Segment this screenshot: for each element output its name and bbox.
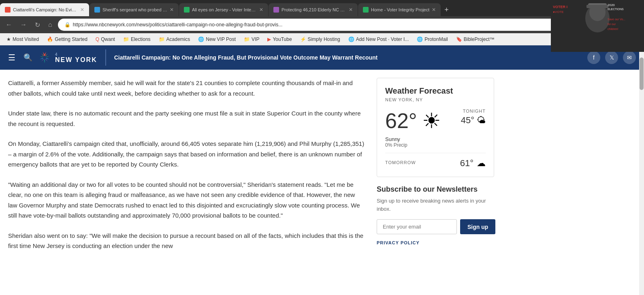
- bookmark-elections[interactable]: 📁 Elections: [120, 36, 154, 43]
- tab-3[interactable]: All eyes on Jersey - Voter Integr... ✕: [179, 3, 268, 16]
- tab-1-close[interactable]: ✕: [80, 7, 84, 13]
- add-new-post-icon: 🌐: [348, 36, 354, 42]
- most-visited-icon: ★: [6, 36, 11, 42]
- bookmark-new-vip-post[interactable]: 🌐 New VIP Post: [195, 36, 239, 43]
- bookmark-add-new-post-label: Add New Post · Voter I...: [356, 36, 409, 42]
- email-share-icon[interactable]: ✉: [623, 51, 636, 64]
- article-paragraph-3: On Monday, Ciattarelli's campaign cited …: [8, 139, 365, 170]
- tab-1[interactable]: Ciattarelli's Campaign: No Evid... ✕: [0, 3, 89, 16]
- tab-2[interactable]: Sheriff's sergeant who probed w... ✕: [90, 3, 179, 16]
- bookmark-simply-hosting-label: Simply Hosting: [308, 36, 340, 42]
- weather-desc: Sunny: [385, 136, 486, 142]
- bookmark-academics-label: Academics: [166, 36, 190, 42]
- getting-started-icon: 🔥: [47, 36, 53, 42]
- home-button[interactable]: ⌂: [46, 19, 55, 30]
- bookmark-most-visited[interactable]: ★ Most Visited: [3, 36, 42, 43]
- qwant-icon: Q: [96, 36, 99, 42]
- svg-text:Save our Vo...: Save our Vo...: [608, 18, 625, 21]
- bookmark-elections-label: Elections: [131, 36, 151, 42]
- tab-2-close[interactable]: ✕: [170, 7, 174, 13]
- facebook-icon[interactable]: f: [587, 51, 600, 64]
- back-button[interactable]: ←: [3, 19, 15, 30]
- weather-location: NEW YORK, NY: [385, 97, 486, 102]
- main-content: Ciattarelli, a former Assembly member, s…: [0, 70, 502, 269]
- address-bar[interactable]: 🔒 https://www.nbcnewyork.com/news/politi…: [58, 19, 593, 31]
- search-icon[interactable]: 🔍: [23, 53, 32, 62]
- reload-button[interactable]: ↻: [32, 19, 43, 30]
- forward-button[interactable]: →: [18, 19, 29, 30]
- tab-4[interactable]: Protecting 46,210 Elderly NC Vo... ✕: [269, 3, 358, 16]
- new-tab-button[interactable]: +: [441, 3, 452, 16]
- tab-2-favicon: [94, 7, 100, 13]
- webcam-image: VOTER I ●VOTE 2020 ELECTIONS Save our Vo…: [551, 0, 644, 52]
- bookmark-vip-label: VIP: [252, 36, 259, 42]
- article-paragraph-5: Sheridan also went on to say: "We will m…: [8, 231, 365, 251]
- bookmark-add-new-post[interactable]: 🌐 Add New Post · Voter I...: [345, 36, 412, 43]
- browser-window: Ciattarelli's Campaign: No Evid... ✕ She…: [0, 0, 644, 45]
- bookmark-simply-hosting[interactable]: ⚡ Simply Hosting: [297, 36, 343, 43]
- tab-3-close[interactable]: ✕: [259, 7, 263, 13]
- headline-ticker: Ciattarelli Campaign: No One Alleging Fr…: [114, 54, 587, 61]
- weather-title: Weather Forecast: [385, 86, 486, 96]
- elections-folder-icon: 📁: [123, 36, 129, 42]
- youtube-icon: ▶: [267, 36, 271, 42]
- bookmark-youtube[interactable]: ▶ YouTube: [264, 36, 295, 43]
- article-body: Ciattarelli, a former Assembly member, s…: [8, 78, 365, 261]
- webcam-feed: VOTER I ●VOTE 2020 ELECTIONS Save our Vo…: [551, 0, 644, 52]
- bookmark-getting-started-label: Getting Started: [55, 36, 87, 42]
- tab-5[interactable]: Home - Voter Integrity Project ✕: [358, 3, 441, 16]
- article-paragraph-2: Under state law, there is no automatic r…: [8, 108, 365, 129]
- tab-4-favicon: [273, 7, 279, 13]
- bookmark-bible-project[interactable]: 🔖 BibleProject™: [453, 36, 498, 43]
- bookmark-vip[interactable]: 📁 VIP: [241, 36, 262, 43]
- tomorrow-temp: 61°: [460, 158, 473, 169]
- nbc-peacock-logo: [37, 50, 52, 65]
- tonight-label: TONIGHT: [461, 109, 486, 113]
- simply-hosting-icon: ⚡: [300, 36, 306, 42]
- tab-5-close[interactable]: ✕: [432, 7, 436, 13]
- tomorrow-left: TOMORROW: [385, 160, 416, 167]
- tonight-cloud-icon: 🌤: [477, 115, 486, 126]
- twitter-icon[interactable]: 𝕏: [605, 51, 618, 64]
- bible-project-icon: 🔖: [456, 36, 462, 42]
- bookmark-protonmail[interactable]: 🌐 ProtonMail: [414, 36, 451, 43]
- nbc-city: NEW YORK: [55, 57, 97, 63]
- vip-folder-icon: 📁: [244, 36, 250, 42]
- email-input[interactable]: [377, 219, 457, 234]
- nbc-header-divider: [105, 49, 106, 66]
- new-vip-post-icon: 🌐: [198, 36, 204, 42]
- bookmark-bible-project-label: BibleProject™: [464, 36, 495, 42]
- bookmark-new-vip-post-label: New VIP Post: [206, 36, 236, 42]
- bookmark-youtube-label: YouTube: [273, 36, 292, 42]
- academics-folder-icon: 📁: [159, 36, 165, 42]
- signup-button[interactable]: Sign up: [460, 219, 495, 234]
- tomorrow-label: TOMORROW: [385, 160, 416, 165]
- address-bar-row: ← → ↻ ⌂ 🔒 https://www.nbcnewyork.com/new…: [0, 16, 644, 33]
- nbc-logo-area: ☰ 🔍 4 NEW Y: [8, 50, 97, 65]
- svg-text:VOTER I: VOTER I: [553, 5, 567, 9]
- tonight-temp: 45°: [461, 115, 474, 126]
- bookmark-most-visited-label: Most Visited: [13, 36, 39, 42]
- tab-2-title: Sheriff's sergeant who probed w...: [102, 7, 167, 12]
- hamburger-menu-icon[interactable]: ☰: [8, 53, 15, 62]
- svg-point-13: [43, 56, 46, 59]
- tab-4-title: Protecting 46,210 Elderly NC Vo...: [281, 7, 346, 12]
- svg-text:ELECTIONS: ELECTIONS: [608, 8, 624, 11]
- bookmark-getting-started[interactable]: 🔥 Getting Started: [44, 36, 91, 43]
- newsletter-description: Sign up to receive breaking news alerts …: [377, 197, 494, 213]
- bookmark-protonmail-label: ProtonMail: [424, 36, 448, 42]
- svg-text:for our: for our: [608, 23, 616, 26]
- svg-text:●VOTE: ●VOTE: [553, 10, 564, 14]
- newsletter-title: Subscribe to our Newsletters: [377, 185, 494, 194]
- tab-4-close[interactable]: ✕: [349, 7, 353, 13]
- bookmark-qwant[interactable]: Q Qwant: [92, 36, 118, 43]
- weather-divider: [385, 153, 486, 153]
- scrollbar-thumb[interactable]: [640, 58, 644, 90]
- bookmark-academics[interactable]: 📁 Academics: [156, 36, 194, 43]
- privacy-policy-link[interactable]: PRIVACY POLICY: [377, 240, 420, 245]
- scrollbar-track: [639, 45, 644, 269]
- webcam-panel: VOTER I ●VOTE 2020 ELECTIONS Save our Vo…: [551, 0, 644, 52]
- article-paragraph-1: Ciattarelli, a former Assembly member, s…: [8, 78, 365, 98]
- article-paragraph-4: "Waiting an additional day or two for al…: [8, 180, 365, 221]
- sidebar: Weather ForecastNEW YORK, NY62°☀TONIGHT4…: [377, 78, 494, 261]
